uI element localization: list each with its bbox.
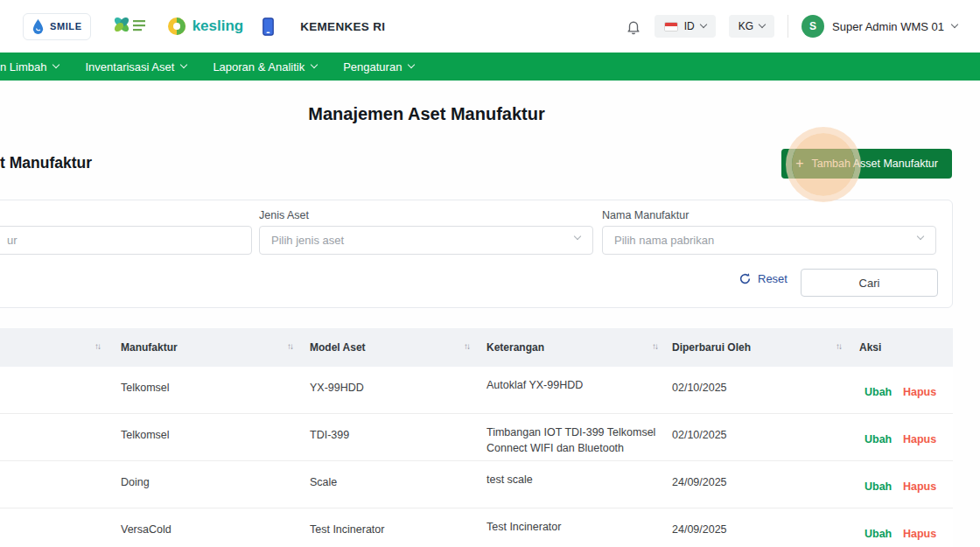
cell-model-aset: YX-99HDD bbox=[310, 382, 364, 394]
cell-manufaktur: Telkomsel bbox=[121, 429, 170, 441]
kesling-logo: kesling bbox=[166, 16, 244, 37]
unit-value: KG bbox=[738, 20, 753, 32]
sort-icon[interactable]: ↑↓ bbox=[94, 341, 100, 351]
cell-diperbarui-oleh: 02/10/2025 bbox=[672, 382, 727, 394]
kesling-circle-icon bbox=[166, 16, 187, 37]
delete-link[interactable]: Hapus bbox=[903, 480, 936, 493]
column-header-model-aset: Model Aset bbox=[310, 341, 366, 354]
jenis-aset-label: Jenis Aset bbox=[259, 209, 309, 221]
cell-model-aset: TDI-399 bbox=[310, 429, 349, 441]
add-asset-button-label: Tambah Asset Manufaktur bbox=[811, 158, 938, 170]
cell-diperbarui-oleh: 24/09/2025 bbox=[672, 523, 727, 536]
cell-diperbarui-oleh: 02/10/2025 bbox=[672, 429, 727, 441]
sort-icon[interactable]: ↑↓ bbox=[464, 341, 469, 351]
cell-manufaktur: VersaCold bbox=[121, 523, 172, 536]
header-divider bbox=[788, 15, 788, 38]
filter-card: ur Jenis Aset Pilih jenis aset Nama Manu… bbox=[0, 200, 953, 308]
cell-model-aset: Scale bbox=[310, 476, 337, 488]
search-input-text: ur bbox=[0, 234, 18, 247]
asset-table: ↑↓ Manufaktur ↑↓ Model Aset ↑↓ Keteranga… bbox=[0, 328, 953, 547]
delete-link[interactable]: Hapus bbox=[903, 386, 936, 398]
mobile-app-icon bbox=[262, 18, 274, 36]
edit-link[interactable]: Ubah bbox=[864, 433, 892, 445]
notification-bell-icon[interactable] bbox=[626, 18, 641, 35]
reset-button[interactable]: Reset bbox=[738, 272, 788, 285]
chevron-down-icon bbox=[759, 21, 766, 28]
cell-diperbarui-oleh: 24/09/2025 bbox=[672, 476, 727, 488]
sort-icon[interactable]: ↑↓ bbox=[287, 341, 292, 351]
unit-select[interactable]: KG bbox=[729, 15, 774, 38]
jenis-aset-placeholder: Pilih jenis aset bbox=[260, 234, 344, 247]
table-row: Telkomsel YX-99HDD Autoklaf YX-99HDD 02/… bbox=[0, 367, 953, 414]
top-header: SMILE kesling bbox=[0, 0, 980, 53]
table-row: VersaCold Test Incinerator Test Incinera… bbox=[0, 508, 953, 547]
smile-logo: SMILE bbox=[23, 13, 91, 40]
sort-icon[interactable]: ↑↓ bbox=[836, 341, 841, 351]
avatar: S bbox=[802, 15, 824, 38]
column-header-keterangan: Keterangan bbox=[486, 341, 544, 354]
chevron-down-icon bbox=[951, 21, 958, 28]
nav-item-label: Inventarisasi Aset bbox=[85, 60, 174, 74]
sort-icon[interactable]: ↑↓ bbox=[652, 341, 657, 351]
cell-manufaktur: Telkomsel bbox=[121, 382, 170, 394]
chevron-down-icon bbox=[700, 21, 707, 28]
cari-button[interactable]: Cari bbox=[801, 269, 938, 297]
chevron-down-icon bbox=[408, 61, 415, 68]
column-header-aksi: Aksi bbox=[859, 341, 881, 354]
cell-keterangan: Timbangan IOT TDI-399 Telkomsel Connect … bbox=[486, 425, 666, 456]
kemenkes-logo bbox=[110, 13, 147, 39]
cell-model-aset: Test Incinerator bbox=[310, 523, 384, 536]
cell-keterangan: test scale bbox=[486, 473, 666, 488]
nav-item-manajemen-limbah[interactable]: n Limbah bbox=[0, 60, 59, 74]
edit-link[interactable]: Ubah bbox=[864, 386, 892, 398]
edit-link[interactable]: Ubah bbox=[864, 528, 892, 540]
cell-manufaktur: Doing bbox=[121, 476, 150, 488]
indonesia-flag-icon bbox=[664, 22, 678, 32]
main-content: Manajemen Aset Manufaktur t Manufaktur +… bbox=[0, 81, 980, 547]
table-row: Doing Scale test scale 24/09/2025 Ubah H… bbox=[0, 461, 953, 508]
page-title: Manajemen Aset Manufaktur bbox=[0, 104, 853, 124]
reset-label: Reset bbox=[758, 272, 788, 285]
nama-manufaktur-label: Nama Manufaktur bbox=[602, 209, 689, 221]
app-title: KEMENKES RI bbox=[300, 20, 385, 33]
chevron-down-icon bbox=[917, 233, 924, 240]
app-window: SMILE kesling bbox=[0, 0, 980, 547]
reset-icon bbox=[738, 272, 752, 285]
nav-item-laporan-analitik[interactable]: Laporan & Analitik bbox=[213, 60, 317, 74]
brand-group: SMILE kesling bbox=[23, 13, 274, 40]
section-title: t Manufaktur bbox=[0, 154, 92, 172]
column-header-manufaktur: Manufaktur bbox=[121, 341, 178, 354]
kesling-label: kesling bbox=[192, 18, 244, 35]
user-name: Super Admin WMS 01 bbox=[832, 20, 944, 33]
chevron-down-icon bbox=[574, 233, 581, 240]
nav-item-label: Pengaturan bbox=[343, 60, 402, 74]
cell-keterangan: Test Incinerator bbox=[486, 520, 666, 536]
nama-manufaktur-placeholder: Pilih nama pabrikan bbox=[603, 234, 714, 247]
delete-link[interactable]: Hapus bbox=[903, 528, 936, 540]
chevron-down-icon bbox=[52, 61, 60, 68]
nav-item-inventarisasi-aset[interactable]: Inventarisasi Aset bbox=[85, 60, 186, 74]
language-select[interactable]: ID bbox=[654, 15, 716, 38]
add-asset-button[interactable]: + Tambah Asset Manufaktur bbox=[781, 149, 952, 179]
nama-manufaktur-select[interactable]: Pilih nama pabrikan bbox=[602, 226, 936, 255]
column-header-diperbarui-oleh: Diperbarui Oleh bbox=[672, 341, 751, 354]
language-value: ID bbox=[684, 20, 695, 32]
header-actions: ID KG S Super Admin WMS 01 bbox=[626, 15, 957, 38]
edit-link[interactable]: Ubah bbox=[864, 480, 892, 493]
smile-label: SMILE bbox=[50, 21, 82, 32]
cell-keterangan: Autoklaf YX-99HDD bbox=[486, 378, 666, 394]
manufaktur-search-input[interactable]: ur bbox=[0, 226, 252, 255]
table-header: ↑↓ Manufaktur ↑↓ Model Aset ↑↓ Keteranga… bbox=[0, 328, 953, 367]
plus-icon: + bbox=[795, 157, 803, 171]
nav-item-label: Laporan & Analitik bbox=[213, 60, 304, 74]
jenis-aset-select[interactable]: Pilih jenis aset bbox=[259, 226, 593, 255]
user-menu[interactable]: S Super Admin WMS 01 bbox=[802, 15, 957, 38]
chevron-down-icon bbox=[180, 61, 187, 68]
nav-item-label: n Limbah bbox=[0, 60, 46, 74]
table-row: Telkomsel TDI-399 Timbangan IOT TDI-399 … bbox=[0, 414, 953, 461]
nav-item-pengaturan[interactable]: Pengaturan bbox=[343, 60, 414, 74]
main-nav: n Limbah Inventarisasi Aset Laporan & An… bbox=[0, 53, 980, 81]
chevron-down-icon bbox=[311, 61, 318, 68]
delete-link[interactable]: Hapus bbox=[903, 433, 936, 445]
smile-droplet-icon bbox=[32, 18, 45, 35]
